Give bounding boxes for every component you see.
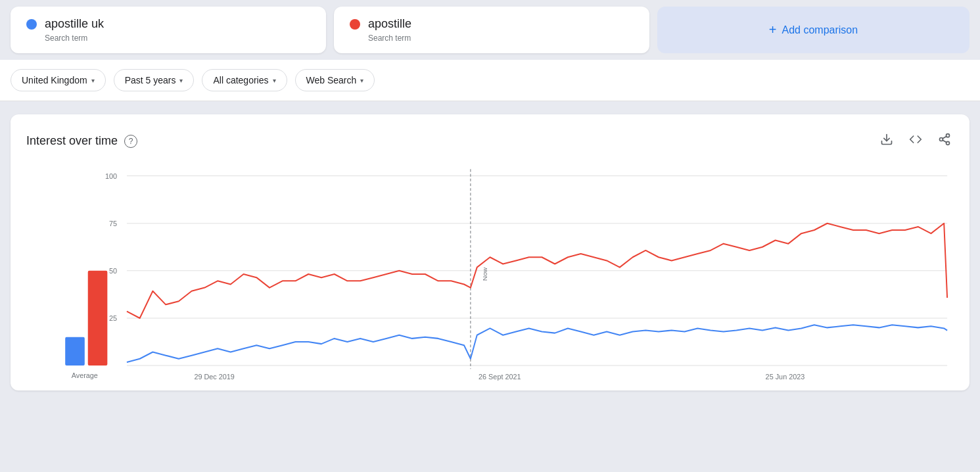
y-label-100: 100 xyxy=(105,172,117,180)
chart-actions xyxy=(877,130,954,152)
y-label-25: 25 xyxy=(109,314,117,322)
add-comparison-button[interactable]: + Add comparison xyxy=(657,7,969,53)
term1-type: Search term xyxy=(45,34,310,43)
x-label-2023: 25 Jun 2023 xyxy=(766,372,805,380)
term1-dot xyxy=(26,19,37,30)
time-filter[interactable]: Past 5 years ▾ xyxy=(114,69,195,91)
embed-icon xyxy=(909,133,922,146)
avg-label: Average xyxy=(72,371,98,379)
chart-title: Interest over time xyxy=(26,134,118,148)
category-filter-label: All categories xyxy=(213,75,268,85)
location-chevron-icon: ▾ xyxy=(91,77,95,84)
svg-line-5 xyxy=(943,136,946,138)
search-terms-bar: apostille uk Search term apostille Searc… xyxy=(0,0,980,60)
svg-line-4 xyxy=(943,140,946,142)
filters-bar: United Kingdom ▾ Past 5 years ▾ All cate… xyxy=(0,60,980,101)
avg-bar-red xyxy=(88,271,108,366)
now-label: Now xyxy=(481,267,488,281)
term2-dot xyxy=(350,19,360,30)
location-filter[interactable]: United Kingdom ▾ xyxy=(11,69,106,91)
add-comparison-label: Add comparison xyxy=(782,24,858,36)
x-label-2021: 26 Sept 2021 xyxy=(478,372,521,380)
help-icon[interactable]: ? xyxy=(124,135,137,148)
chart-svg: 100 75 50 25 Average Now 29 Dec 2019 26 … xyxy=(26,162,954,386)
blue-line-apostille-uk xyxy=(127,325,947,362)
chart-header: Interest over time ? xyxy=(26,130,954,152)
plus-icon: + xyxy=(769,22,777,37)
avg-bar-blue xyxy=(65,337,85,366)
location-filter-label: United Kingdom xyxy=(22,75,87,85)
embed-button[interactable] xyxy=(906,130,925,152)
x-label-2019: 29 Dec 2019 xyxy=(194,372,234,380)
search-type-filter-label: Web Search xyxy=(306,75,357,85)
search-term-card-1: apostille uk Search term xyxy=(11,7,326,53)
time-filter-label: Past 5 years xyxy=(125,75,176,85)
chart-section: Interest over time ? xyxy=(11,114,969,390)
y-label-75: 75 xyxy=(109,220,117,227)
help-icon-label: ? xyxy=(129,137,133,146)
download-icon xyxy=(880,133,893,146)
search-type-chevron-icon: ▾ xyxy=(360,77,363,84)
term2-name: apostille xyxy=(368,17,411,31)
share-icon xyxy=(938,133,951,146)
share-button[interactable] xyxy=(935,130,954,152)
category-chevron-icon: ▾ xyxy=(273,77,276,84)
download-button[interactable] xyxy=(877,130,896,152)
time-chevron-icon: ▾ xyxy=(179,77,183,84)
search-term-card-2: apostille Search term xyxy=(334,7,649,53)
chart-container: 100 75 50 25 Average Now 29 Dec 2019 26 … xyxy=(26,162,954,386)
term1-name: apostille uk xyxy=(45,17,104,31)
chart-title-group: Interest over time ? xyxy=(26,134,137,148)
search-type-filter[interactable]: Web Search ▾ xyxy=(295,69,375,91)
y-label-50: 50 xyxy=(109,267,117,275)
term2-type: Search term xyxy=(368,34,634,43)
category-filter[interactable]: All categories ▾ xyxy=(202,69,287,91)
